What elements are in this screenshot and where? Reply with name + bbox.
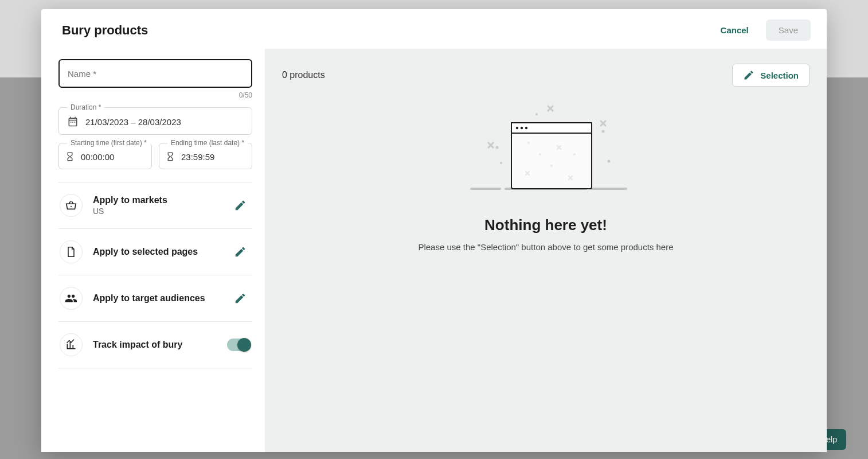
basket-icon (60, 194, 83, 217)
form-panel: 0/50 Duration * 21/03/2023 – 28/03/2023 … (41, 49, 265, 452)
audiences-title: Apply to target audiences (93, 293, 220, 304)
name-field-wrapper[interactable] (58, 59, 252, 88)
pencil-icon (743, 69, 754, 81)
svg-point-0 (71, 206, 72, 207)
end-time-label: Ending time (last date) * (167, 139, 248, 147)
page-icon (60, 240, 83, 263)
empty-title: Nothing here yet! (484, 216, 607, 234)
calendar-icon (67, 116, 79, 127)
hourglass-icon (165, 151, 175, 162)
svg-point-9 (525, 127, 527, 129)
empty-state: Nothing here yet! Please use the "Select… (282, 90, 810, 437)
markets-sub: US (93, 207, 220, 216)
duration-label: Duration * (67, 103, 104, 111)
svg-point-8 (521, 127, 523, 129)
start-time-field[interactable]: Starting time (first date) * 00:00:00 (58, 143, 152, 169)
edit-pages-button[interactable] (230, 242, 250, 262)
section-pages: Apply to selected pages (58, 228, 252, 275)
edit-markets-button[interactable] (230, 196, 250, 215)
duration-field[interactable]: Duration * 21/03/2023 – 28/03/2023 (58, 107, 252, 135)
modal-header: Bury products Cancel Save (41, 9, 827, 49)
end-time-value: 23:59:59 (181, 152, 214, 162)
pencil-icon (234, 292, 247, 305)
start-time-value: 00:00:00 (81, 152, 114, 162)
people-icon (60, 287, 83, 310)
cancel-button[interactable]: Cancel (710, 21, 759, 40)
svg-point-27 (539, 153, 541, 155)
svg-point-7 (516, 127, 518, 129)
modal-title: Bury products (62, 23, 710, 38)
name-input[interactable] (68, 69, 243, 79)
svg-point-10 (496, 146, 499, 149)
section-track: Track impact of bury (58, 321, 252, 368)
selection-button[interactable]: Selection (732, 64, 810, 87)
selection-button-label: Selection (760, 71, 799, 80)
markets-title: Apply to markets (93, 195, 220, 205)
track-toggle[interactable] (227, 339, 250, 351)
section-markets: Apply to markets US (58, 182, 252, 228)
products-count: 0 products (282, 70, 325, 80)
section-audiences: Apply to target audiences (58, 275, 252, 321)
empty-subtitle: Please use the "Selection" button above … (418, 242, 673, 252)
svg-point-28 (550, 165, 553, 167)
name-char-count: 0/50 (58, 91, 252, 99)
pencil-icon (234, 246, 247, 258)
svg-point-14 (535, 113, 538, 115)
duration-value: 21/03/2023 – 28/03/2023 (85, 117, 181, 127)
start-time-label: Starting time (first date) * (67, 139, 150, 147)
svg-rect-6 (511, 123, 592, 133)
pages-title: Apply to selected pages (93, 247, 220, 257)
modal-bury-products: Bury products Cancel Save 0/50 Duration … (41, 9, 827, 452)
svg-point-13 (608, 160, 611, 163)
svg-point-29 (573, 153, 576, 155)
products-panel: 0 products Selection (265, 49, 827, 452)
edit-audiences-button[interactable] (230, 289, 250, 308)
save-button: Save (766, 20, 811, 41)
svg-point-12 (602, 130, 605, 133)
svg-point-11 (500, 162, 502, 164)
end-time-field[interactable]: Ending time (last date) * 23:59:59 (159, 143, 252, 169)
empty-illustration-icon (460, 97, 632, 201)
svg-point-30 (527, 142, 530, 144)
pencil-icon (234, 199, 247, 212)
track-title: Track impact of bury (93, 340, 217, 350)
hourglass-icon (65, 151, 75, 162)
chart-icon (60, 333, 83, 356)
